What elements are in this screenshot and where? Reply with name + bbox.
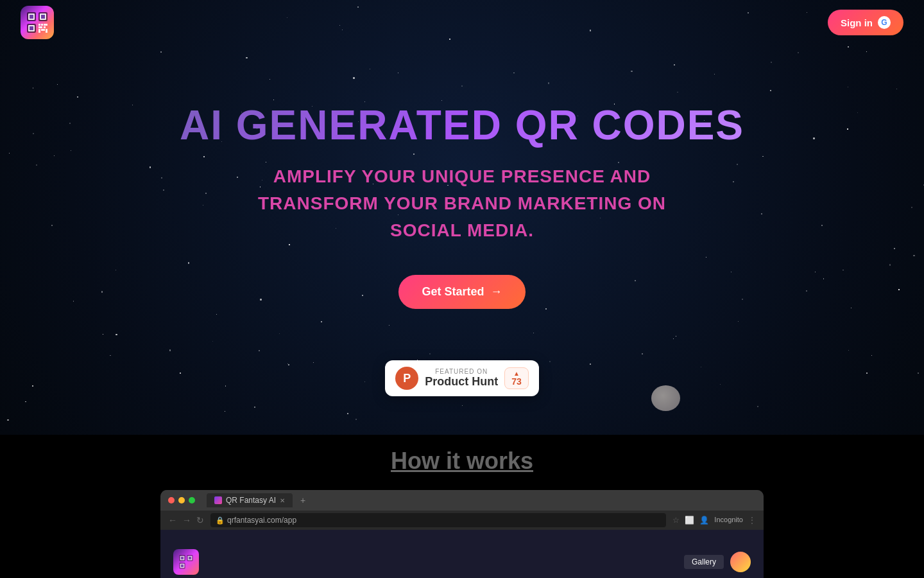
hero-subtitle-line1: AMPLIFY YOUR UNIQUE PRESENCE AND xyxy=(273,166,651,186)
how-it-works-section: How it works QR Fantasy AI ✕ + ← → xyxy=(0,435,924,578)
browser-navigation: ← → ↻ xyxy=(168,515,204,525)
svg-rect-22 xyxy=(189,557,191,559)
menu-icon[interactable]: ⋮ xyxy=(748,516,756,525)
extensions-icon[interactable]: ⬜ xyxy=(685,516,694,525)
svg-rect-12 xyxy=(38,26,42,28)
browser-action-icons: ☆ ⬜ 👤 Incognito ⋮ xyxy=(672,516,756,525)
product-hunt-text: FEATURED ON Product Hunt xyxy=(425,368,498,389)
back-icon[interactable]: ← xyxy=(168,515,177,525)
browser-url-input[interactable]: 🔒 qrfantasyai.com/app xyxy=(210,513,666,527)
hero-title: AI GENERATED QR CODES xyxy=(180,103,744,148)
product-hunt-badge[interactable]: P FEATURED ON Product Hunt ▲ 73 xyxy=(385,360,539,396)
hero-section: AI GENERATED QR CODES AMPLIFY YOUR UNIQU… xyxy=(180,0,744,435)
browser-content: Gallery xyxy=(160,530,764,578)
hero-subtitle-line3: SOCIAL MEDIA. xyxy=(390,220,534,240)
svg-rect-19 xyxy=(181,557,184,559)
user-avatar[interactable] xyxy=(730,552,751,572)
bookmark-icon[interactable]: ☆ xyxy=(672,516,680,525)
new-tab-icon[interactable]: + xyxy=(300,495,305,505)
svg-rect-15 xyxy=(41,29,45,31)
featured-on-label: FEATURED ON xyxy=(425,368,498,375)
how-it-works-title: How it works xyxy=(391,448,533,475)
browser-maximize-dot[interactable] xyxy=(189,497,195,504)
upvote-count: 73 xyxy=(511,377,522,386)
svg-rect-16 xyxy=(46,29,47,33)
browser-tab-close-icon[interactable]: ✕ xyxy=(280,497,285,504)
main-content: AI GENERATED QR CODES AMPLIFY YOUR UNIQU… xyxy=(0,0,924,578)
browser-mockup: QR Fantasy AI ✕ + ← → ↻ 🔒 qrfantasyai.co… xyxy=(160,490,764,578)
svg-rect-11 xyxy=(44,24,47,26)
forward-icon[interactable]: → xyxy=(182,515,191,525)
svg-rect-25 xyxy=(181,565,184,567)
profile-icon[interactable]: 👤 xyxy=(699,516,709,525)
get-started-button[interactable]: Get Started → xyxy=(398,275,525,309)
browser-url-bar: ← → ↻ 🔒 qrfantasyai.com/app ☆ ⬜ 👤 Incogn… xyxy=(160,511,764,530)
svg-rect-13 xyxy=(44,26,46,28)
gallery-button[interactable]: Gallery xyxy=(684,555,724,569)
arrow-right-icon: → xyxy=(491,285,502,299)
qr-icon-small xyxy=(178,554,194,570)
qr-code-icon xyxy=(26,11,49,34)
svg-rect-10 xyxy=(41,24,43,26)
browser-tab[interactable]: QR Fantasy AI ✕ xyxy=(207,493,293,507)
browser-tab-favicon xyxy=(214,496,222,504)
incognito-label: Incognito xyxy=(714,516,743,525)
hero-subtitle-line2: TRANSFORM YOUR BRAND MARKETING ON xyxy=(258,193,666,213)
product-hunt-upvote[interactable]: ▲ 73 xyxy=(504,367,529,389)
browser-top-actions: Gallery xyxy=(684,552,751,572)
svg-rect-8 xyxy=(30,26,33,30)
gallery-label: Gallery xyxy=(692,557,716,566)
browser-tab-title: QR Fantasy AI xyxy=(226,496,276,505)
sign-in-button[interactable]: Sign in G xyxy=(828,10,903,35)
google-icon: G xyxy=(878,16,891,29)
browser-close-dot[interactable] xyxy=(168,497,175,504)
browser-minimize-dot[interactable] xyxy=(178,497,185,504)
svg-rect-14 xyxy=(38,29,40,33)
url-text: qrfantasyai.com/app xyxy=(227,516,296,525)
svg-rect-2 xyxy=(30,15,33,19)
product-hunt-logo: P xyxy=(395,367,418,390)
reload-icon[interactable]: ↻ xyxy=(196,515,204,525)
product-hunt-name: Product Hunt xyxy=(425,375,498,389)
app-logo[interactable] xyxy=(21,6,54,39)
get-started-label: Get Started xyxy=(422,285,484,299)
sign-in-label: Sign in xyxy=(841,17,873,28)
browser-title-bar: QR Fantasy AI ✕ + xyxy=(160,490,764,511)
svg-rect-9 xyxy=(38,24,40,26)
svg-rect-5 xyxy=(41,15,45,19)
app-logo-in-browser xyxy=(173,549,199,575)
header: Sign in G xyxy=(0,0,924,45)
lock-icon: 🔒 xyxy=(216,516,225,525)
hero-subtitle: AMPLIFY YOUR UNIQUE PRESENCE AND TRANSFO… xyxy=(258,163,666,244)
